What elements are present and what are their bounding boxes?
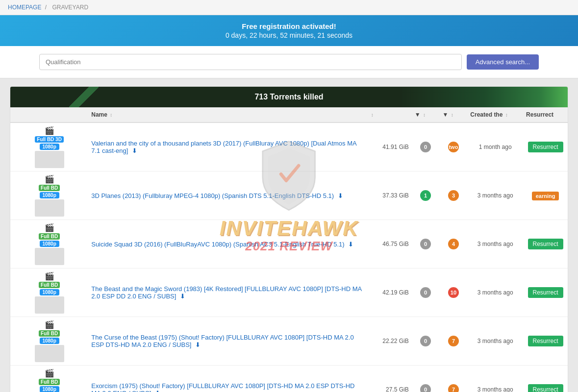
download-icon[interactable]: ⬇ [348,241,353,248]
download-icon[interactable]: ⬇ [338,192,343,199]
banner-title: Free registration activated! [10,22,568,30]
col-header-seeders[interactable]: ▼ ↕ [412,107,440,122]
resurrect-cell: Resurrect [523,122,568,172]
table-header-row: Name ↕ ↕ ▼ ↕ ▼ ↕ Created the ↕ [10,107,568,122]
table-row: 🎬 Full BD 1080p Exorcism (1975) (Shout! … [10,366,568,392]
table-row: 🎬 Full BD 1080p 3D Planes (2013) (Fullbl… [10,172,568,220]
torrent-name-link[interactable]: 3D Planes (2013) (Fullbluray MPEG-4 1080… [91,192,334,199]
table-title-bar: 713 Torrents killed [10,87,568,107]
download-icon[interactable]: ⬇ [180,293,185,300]
badge-quality: Full BD [39,282,60,288]
search-input[interactable] [39,54,462,70]
badge-resolution: 1080p [40,241,59,247]
seeders-count: 0 [420,384,431,392]
table-title: 713 Torrents killed [254,93,323,101]
earning-badge: earning [532,192,559,200]
torrent-name-link[interactable]: The Beast and the Magic Sword (1983) [4K… [91,285,361,300]
film-icon: 🎬 [45,271,54,281]
date-cell: 3 months ago [467,220,523,269]
seeders-count: 1 [420,190,431,201]
seeders-cell: 1 [412,172,440,220]
resurrect-button[interactable]: Resurrect [528,239,563,249]
table-row: 🎬 Full BD 1080p Suicide Squad 3D (2016) … [10,220,568,269]
main-content: 713 Torrents killed Name ↕ ↕ ▼ ↕ ▼ ↕ [10,86,568,392]
leechers-count: 4 [448,239,459,249]
search-bar-section: Advanced search... [0,46,578,78]
leechers-count: 7 [448,384,459,392]
film-icon: 🎬 [45,223,54,232]
seeders-count: 0 [420,287,431,298]
leechers-cell: 3 [440,172,468,220]
badge-cell: 🎬 Full BD 1080p [10,269,88,317]
thumbnail [35,345,64,362]
col-header-badge [10,107,88,122]
download-icon[interactable]: ⬇ [155,390,160,392]
size-cell: 37.33 GiB [367,172,412,220]
film-icon: 🎬 [45,368,54,378]
date-cell: 3 months ago [467,269,523,317]
date-cell: 3 months ago [467,366,523,392]
torrent-name-link[interactable]: Suicide Squad 3D (2016) (FullBluRayAVC 1… [91,241,344,248]
registration-banner: Free registration activated! 0 days, 22 … [0,15,578,46]
film-icon: 🎬 [45,174,54,184]
seeders-cell: 0 [412,220,440,269]
badge-cell: 🎬 Full BD 3D 1080p [10,122,88,172]
advanced-search-button[interactable]: Advanced search... [467,54,539,70]
leechers-cell: 4 [440,220,468,269]
seeders-count: 0 [420,142,431,152]
created-sort-icon[interactable]: ↕ [505,112,508,118]
name-cell: The Beast and the Magic Sword (1983) [4K… [88,269,367,317]
seeders-cell: 0 [412,317,440,366]
resurrect-button[interactable]: Resurrect [528,336,563,346]
leechers-cell: two [440,122,468,172]
badge-resolution: 1080p [40,338,59,344]
leechers-cell: 10 [440,269,468,317]
film-icon: 🎬 [45,320,54,329]
col-header-size[interactable]: ↕ [367,107,412,122]
download-icon[interactable]: ⬇ [132,147,137,154]
col-header-leechers[interactable]: ▼ ↕ [440,107,468,122]
seeders-cell: 0 [412,366,440,392]
torrent-table: Name ↕ ↕ ▼ ↕ ▼ ↕ Created the ↕ [10,107,568,392]
resurrect-cell: earning [523,172,568,220]
seed-sort-icon[interactable]: ↕ [423,112,426,118]
film-icon: 🎬 [45,126,54,135]
leechers-count: 3 [448,190,459,201]
badge-quality: Full BD [39,185,60,191]
leechers-count: 10 [448,287,459,298]
size-cell: 27.5 GiB [367,366,412,392]
resurrect-button[interactable]: Resurrect [528,384,563,392]
seeders-count: 0 [420,336,431,346]
name-sort-icon[interactable]: ↕ [110,112,112,118]
thumbnail [35,151,64,168]
home-link[interactable]: HOMEPAGE [8,4,41,11]
torrent-name-link[interactable]: The Curse of the Beast (1975) (Shout! Fa… [91,334,353,348]
size-cell: 46.75 GiB [367,220,412,269]
badge-cell: 🎬 Full BD 1080p [10,317,88,366]
resurrect-button[interactable]: Resurrect [528,287,563,298]
torrent-name-link[interactable]: Valerian and the city of a thousand plan… [91,140,356,154]
size-cell: 22.22 GiB [367,317,412,366]
resurrect-cell: Resurrect [523,269,568,317]
badge-cell: 🎬 Full BD 1080p [10,220,88,269]
thumbnail [35,296,64,314]
seeders-cell: 0 [412,122,440,172]
col-header-created[interactable]: Created the ↕ [467,107,523,122]
download-icon[interactable]: ⬇ [195,341,201,348]
table-row: 🎬 Full BD 1080p The Curse of the Beast (… [10,317,568,366]
leech-sort-icon[interactable]: ↕ [451,112,453,118]
badge-quality: Full BD [39,379,60,385]
torrent-name-link[interactable]: Exorcism (1975) (Shout! Factory) [FULLBL… [91,382,354,392]
name-cell: Suicide Squad 3D (2016) (FullBluRayAVC 1… [88,220,367,269]
thumbnail [35,199,64,217]
name-cell: The Curse of the Beast (1975) (Shout! Fa… [88,317,367,366]
badge-cell: 🎬 Full BD 1080p [10,366,88,392]
badge-quality: Full BD 3D [35,136,64,143]
size-sort-icon[interactable]: ↕ [371,112,374,118]
table-row: 🎬 Full BD 1080p The Beast and the Magic … [10,269,568,317]
leechers-count: 7 [448,336,459,346]
badge-resolution: 1080p [40,144,59,150]
resurrect-cell: Resurrect [523,220,568,269]
resurrect-button[interactable]: Resurrect [528,142,563,152]
col-header-name[interactable]: Name ↕ [88,107,367,122]
